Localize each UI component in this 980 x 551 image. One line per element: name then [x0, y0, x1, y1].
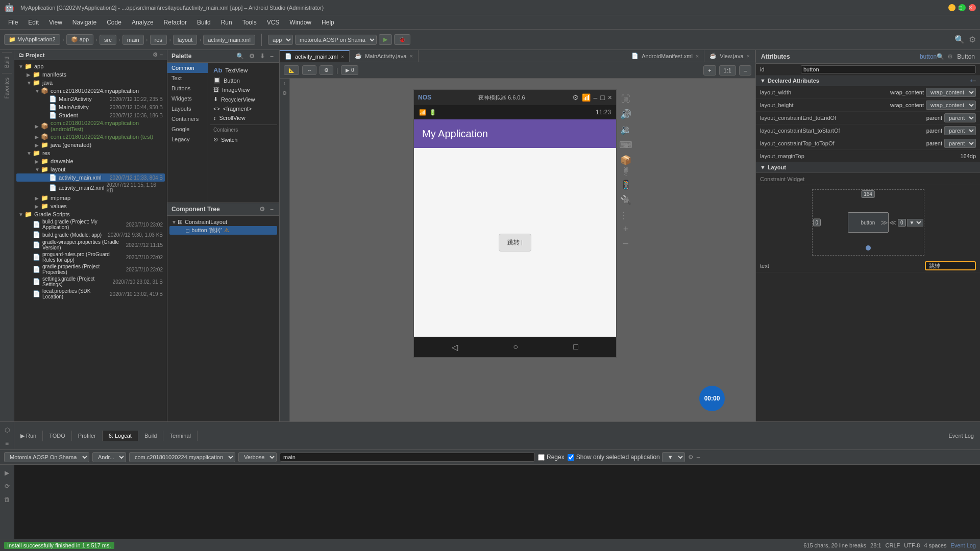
attr-dropdown[interactable]: parent — [944, 126, 976, 135]
palette-minimize-icon[interactable]: – — [268, 52, 275, 60]
palette-item-switch[interactable]: ⊙ Switch — [210, 135, 277, 144]
tree-item-build-gradle-project[interactable]: ▶ 📄 build.gradle (Project: My Applicatio… — [16, 218, 165, 231]
tab-close-icon[interactable]: × — [409, 53, 412, 59]
show-selected-checkbox[interactable] — [568, 454, 574, 461]
tab-build[interactable]: Build — [138, 431, 163, 441]
logcat-icon-1[interactable]: ▶ — [0, 467, 14, 479]
more-icon[interactable]: ⋮ — [619, 210, 628, 220]
device-select[interactable]: Motorola AOSP On Shama — [4, 452, 89, 462]
logcat-settings-icon[interactable]: ⚙ — [688, 454, 694, 461]
run-config-select[interactable]: app — [268, 35, 293, 45]
run-button[interactable]: ▶ — [379, 34, 392, 45]
emu-close-icon[interactable]: × — [608, 93, 612, 102]
attr-dropdown[interactable]: parent — [944, 113, 976, 122]
maximize-button[interactable]: □ — [959, 4, 966, 11]
component-tree-minimize-icon[interactable]: – — [268, 205, 275, 213]
tree-item-gradle-wrapper[interactable]: ▶ 📄 gradle-wrapper.properties (Gradle Ve… — [16, 239, 165, 251]
tab-profiler[interactable]: Profiler — [72, 431, 103, 441]
build-icon[interactable]: Build — [2, 52, 12, 72]
palette-settings-icon[interactable]: ⚙ — [248, 52, 256, 60]
menu-run[interactable]: Run — [217, 17, 236, 28]
menu-refactor[interactable]: Refactor — [160, 17, 191, 28]
tab-todo[interactable]: TODO — [43, 431, 72, 441]
tree-item-main2activity[interactable]: ▶ 📄 Main2Activity 2020/7/12 10:22, 235 B — [16, 95, 165, 103]
attr-dropdown[interactable]: parent — [944, 139, 976, 148]
device-select[interactable]: motorola AOSP on Shama — [295, 35, 377, 45]
menu-window[interactable]: Window — [285, 17, 315, 28]
menu-navigate[interactable]: Navigate — [68, 17, 101, 28]
emu-ctrl-multi-open[interactable]: 📱 多开器 — [619, 179, 632, 191]
tree-item-activity-main2[interactable]: ▶ 📄 activity_main2.xml 2020/7/12 11:15, … — [16, 182, 165, 194]
tree-item-manifests[interactable]: ▶ 📁 manifests — [16, 70, 165, 79]
emu-ctrl-volume-down[interactable]: 🔉 音量减 — [619, 124, 632, 136]
emu-ctrl-close-app[interactable]: 🔌 关闭应用 — [619, 194, 632, 207]
layout-toolbar-btn-2[interactable]: ↔ — [302, 65, 316, 75]
logcat-minimize-icon[interactable]: – — [697, 454, 700, 461]
show-selected-dropdown[interactable]: ▼ — [662, 452, 685, 462]
tree-item-test[interactable]: ▶ 📦 com.c201801020224.myapplication (tes… — [16, 133, 165, 141]
tab-run[interactable]: ▶ Run — [14, 431, 43, 441]
layout-section-header[interactable]: ▼ Layout — [756, 162, 980, 173]
layout-toolbar-btn-1[interactable]: 📐 — [284, 65, 299, 75]
timer-circle[interactable]: 00:00 — [699, 386, 725, 411]
layout-toolbar-btn-ratio[interactable]: 1:1 — [719, 65, 736, 76]
emu-ctrl-install-apk[interactable]: 📦 安装APK — [619, 155, 632, 176]
tree-item-androidtest[interactable]: ▶ 📦 com.c201801020224.myapplication (and… — [16, 119, 165, 133]
emu-ctrl-fullscreen[interactable]: ⛶ 全屏 — [619, 94, 632, 106]
tab-logcat[interactable]: 6: Logcat — [103, 431, 138, 441]
file-btn[interactable]: activity_main.xml — [203, 35, 255, 45]
level-select[interactable]: Verbose — [238, 452, 277, 462]
menu-view[interactable]: View — [45, 17, 66, 28]
tree-item-gradle-properties[interactable]: ▶ 📄 gradle.properties (Project Propertie… — [16, 263, 165, 276]
component-tree-settings-icon[interactable]: ⚙ — [258, 205, 266, 213]
nav-home-icon[interactable]: ○ — [513, 342, 518, 352]
logcat-icon-2[interactable]: ⟳ — [0, 480, 14, 492]
app-btn[interactable]: 📦 app — [66, 34, 93, 45]
palette-search-icon[interactable]: 🔍 — [235, 52, 246, 60]
emu-minimize-icon[interactable]: – — [594, 93, 598, 102]
tab-viewjava[interactable]: ☕ View.java × — [704, 50, 755, 62]
emu-ctrl-zoom-in[interactable]: + — [619, 224, 632, 235]
api-select[interactable]: Andr... — [92, 452, 126, 462]
emu-wifi-icon[interactable]: 📶 — [582, 93, 591, 102]
palette-cat-google[interactable]: Google — [167, 124, 208, 134]
palette-item-fragment[interactable]: <> <fragment> — [210, 104, 277, 113]
component-tree-constraint-layout[interactable]: ▼ ⊞ ConstraintLayout — [169, 218, 277, 226]
emu-maximize-icon[interactable]: □ — [600, 93, 604, 102]
diagram-right-dropdown[interactable]: ▼ — [907, 219, 923, 227]
settings-icon[interactable]: ⚙ — [969, 35, 976, 44]
project-btn[interactable]: 📁 MyApplication2 — [4, 34, 60, 45]
component-tree-button[interactable]: ▶ □ button '跳转' ⚠ — [169, 226, 277, 235]
tree-item-activity-main[interactable]: ▶ 📄 activity_main.xml 2020/7/12 10:33, 8… — [16, 173, 165, 182]
project-settings-icon[interactable]: ⚙ — [153, 52, 158, 58]
tree-item-layout[interactable]: ▼ 📁 layout — [16, 165, 165, 173]
layout-toolbar-btn-4[interactable]: ▶ 0 — [341, 65, 358, 75]
package-select[interactable]: com.c201801020224.myapplication — [129, 452, 235, 462]
tree-item-app[interactable]: ▼ 📁 app — [16, 62, 165, 70]
phone-content[interactable]: 跳转 | — [414, 148, 616, 337]
attr-text-input[interactable] — [925, 261, 976, 270]
tree-item-java-generated[interactable]: ▶ 📁 java (generated) — [16, 141, 165, 149]
emu-ctrl-volume-up[interactable]: 🔊 音量加 — [619, 109, 632, 121]
event-log-icon[interactable]: ≡ — [0, 437, 14, 449]
event-log-label[interactable]: Event Log — [942, 431, 980, 441]
tree-item-drawable[interactable]: ▶ 📁 drawable — [16, 157, 165, 165]
menu-tools[interactable]: Tools — [238, 17, 261, 28]
menu-build[interactable]: Build — [193, 17, 215, 28]
tree-item-build-gradle-module[interactable]: ▶ 📄 build.gradle (Module: app) 2020/7/12… — [16, 231, 165, 239]
attr-dropdown[interactable]: wrap_content match_parent — [926, 88, 976, 97]
tree-item-student[interactable]: ▶ 📄 Student 2020/7/12 10:36, 186 B — [16, 111, 165, 119]
palette-item-scrollview[interactable]: ↕ ScrollView — [210, 113, 277, 122]
palette-cat-legacy[interactable]: Legacy — [167, 134, 208, 144]
remove-attr-icon[interactable]: – — [973, 78, 976, 84]
diagram-right-value[interactable]: 0 — [898, 219, 906, 227]
menu-edit[interactable]: Edit — [24, 17, 43, 28]
layout-toolbar-btn-3[interactable]: ⚙ — [320, 65, 333, 75]
preview-icon-1[interactable]: ↕ — [283, 81, 286, 86]
palette-item-recyclerview[interactable]: ⬇ RecyclerView — [210, 94, 277, 104]
diagram-left-value[interactable]: 0 — [813, 219, 821, 227]
palette-item-imageview[interactable]: 🖼 ImageView — [210, 85, 277, 94]
layout-btn[interactable]: layout — [173, 35, 197, 45]
phone-button[interactable]: 跳转 | — [499, 234, 531, 252]
tree-item-settings-gradle[interactable]: ▶ 📄 settings.gradle (Project Settings) 2… — [16, 276, 165, 288]
